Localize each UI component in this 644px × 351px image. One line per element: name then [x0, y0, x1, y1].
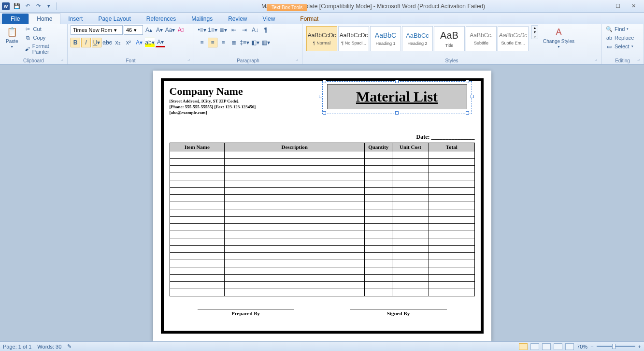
table-cell[interactable]	[392, 260, 429, 267]
table-cell[interactable]	[225, 238, 365, 246]
table-cell[interactable]	[170, 209, 225, 217]
selection-handle-nw[interactable]	[323, 80, 326, 83]
select-button[interactable]: ▭Select▾	[604, 43, 635, 50]
table-row[interactable]	[170, 217, 474, 224]
italic-button[interactable]: I	[81, 38, 91, 47]
status-page[interactable]: Page: 1 of 1	[3, 344, 31, 350]
table-cell[interactable]	[225, 260, 365, 267]
table-row[interactable]	[170, 238, 474, 246]
table-cell[interactable]	[170, 173, 225, 180]
tab-mailings[interactable]: Mailings	[184, 14, 220, 24]
table-cell[interactable]	[392, 253, 429, 260]
paste-button[interactable]: 📋 Paste ▼	[3, 25, 21, 49]
table-cell[interactable]	[170, 267, 225, 275]
table-cell[interactable]	[225, 217, 365, 224]
style-heading-1[interactable]: AaBbCHeading 1	[370, 26, 401, 51]
date-field[interactable]: Date: _______________	[170, 133, 475, 141]
table-row[interactable]	[170, 195, 474, 202]
subscript-button[interactable]: x₂	[113, 38, 123, 47]
tab-insert[interactable]: Insert	[60, 14, 90, 24]
table-cell[interactable]	[365, 180, 392, 188]
table-cell[interactable]	[170, 151, 225, 159]
col-quantity[interactable]: Quantity	[365, 143, 392, 151]
table-cell[interactable]	[170, 180, 225, 188]
selection-handle-s[interactable]	[395, 111, 399, 115]
strike-button[interactable]: abc	[102, 38, 112, 47]
table-cell[interactable]	[225, 267, 365, 275]
justify-icon[interactable]: ≣	[229, 38, 239, 47]
selection-handle-ne[interactable]	[466, 80, 469, 83]
zoom-in-icon[interactable]: +	[638, 344, 641, 350]
table-cell[interactable]	[365, 289, 392, 296]
find-button[interactable]: 🔍Find▾	[604, 25, 635, 33]
font-color-icon[interactable]: A▾	[156, 38, 165, 47]
style--no-spaci-[interactable]: AaBbCcDc¶ No Spaci...	[338, 26, 369, 51]
table-row[interactable]	[170, 166, 474, 173]
selection-handle-n[interactable]	[395, 80, 399, 83]
table-cell[interactable]	[429, 188, 474, 195]
proofing-icon[interactable]: ✎	[67, 343, 72, 350]
minimize-icon[interactable]: —	[598, 2, 607, 10]
styles-gallery-more[interactable]: ▴▾▿	[531, 25, 538, 39]
table-cell[interactable]	[392, 224, 429, 231]
table-cell[interactable]	[170, 275, 225, 282]
table-cell[interactable]	[365, 231, 392, 238]
table-cell[interactable]	[225, 275, 365, 282]
table-cell[interactable]	[170, 188, 225, 195]
redo-icon[interactable]: ↷	[34, 2, 43, 11]
table-cell[interactable]	[365, 253, 392, 260]
status-words[interactable]: Words: 30	[37, 344, 61, 350]
table-cell[interactable]	[429, 151, 474, 159]
table-cell[interactable]	[225, 151, 365, 159]
table-cell[interactable]	[429, 267, 474, 275]
table-cell[interactable]	[365, 275, 392, 282]
view-web-layout-icon[interactable]	[542, 343, 551, 350]
table-cell[interactable]	[170, 224, 225, 231]
table-cell[interactable]	[170, 253, 225, 260]
table-cell[interactable]	[429, 195, 474, 202]
zoom-out-icon[interactable]: −	[590, 344, 593, 350]
shading-icon[interactable]: ◧▾	[250, 38, 260, 47]
table-cell[interactable]	[170, 159, 225, 166]
table-cell[interactable]	[365, 217, 392, 224]
table-cell[interactable]	[365, 166, 392, 173]
table-cell[interactable]	[429, 217, 474, 224]
shrink-font-icon[interactable]: A▾	[155, 25, 164, 35]
title-textbox[interactable]: Material List	[327, 84, 467, 109]
show-marks-icon[interactable]: ¶	[261, 25, 271, 35]
table-cell[interactable]	[170, 217, 225, 224]
table-cell[interactable]	[429, 202, 474, 209]
tab-home[interactable]: Home	[29, 13, 60, 24]
signed-by[interactable]: Signed By	[350, 309, 447, 316]
zoom-slider-thumb[interactable]	[612, 344, 615, 349]
table-cell[interactable]	[365, 238, 392, 246]
table-cell[interactable]	[392, 282, 429, 289]
table-cell[interactable]	[365, 260, 392, 267]
copy-button[interactable]: ⧉Copy	[23, 34, 64, 42]
table-cell[interactable]	[429, 289, 474, 296]
decrease-indent-icon[interactable]: ⇤	[229, 25, 239, 35]
table-cell[interactable]	[170, 238, 225, 246]
selection-handle-se[interactable]	[466, 111, 469, 115]
table-row[interactable]	[170, 188, 474, 195]
style-subtitle[interactable]: AaBbCc.Subtitle	[466, 26, 497, 51]
table-cell[interactable]	[392, 188, 429, 195]
tab-review[interactable]: Review	[220, 14, 255, 24]
style-title[interactable]: AaBTitle	[434, 26, 465, 51]
table-row[interactable]	[170, 253, 474, 260]
table-cell[interactable]	[365, 173, 392, 180]
table-cell[interactable]	[392, 217, 429, 224]
font-size-select[interactable]: 46▾	[124, 25, 143, 35]
table-row[interactable]	[170, 209, 474, 217]
align-right-icon[interactable]: ≡	[218, 38, 228, 47]
table-cell[interactable]	[392, 151, 429, 159]
table-cell[interactable]	[225, 246, 365, 253]
tab-references[interactable]: References	[139, 14, 184, 24]
table-cell[interactable]	[170, 195, 225, 202]
highlight-icon[interactable]: ab▾	[145, 38, 155, 47]
table-cell[interactable]	[225, 195, 365, 202]
table-cell[interactable]	[392, 267, 429, 275]
table-cell[interactable]	[392, 195, 429, 202]
zoom-slider[interactable]	[597, 346, 635, 347]
table-cell[interactable]	[429, 253, 474, 260]
